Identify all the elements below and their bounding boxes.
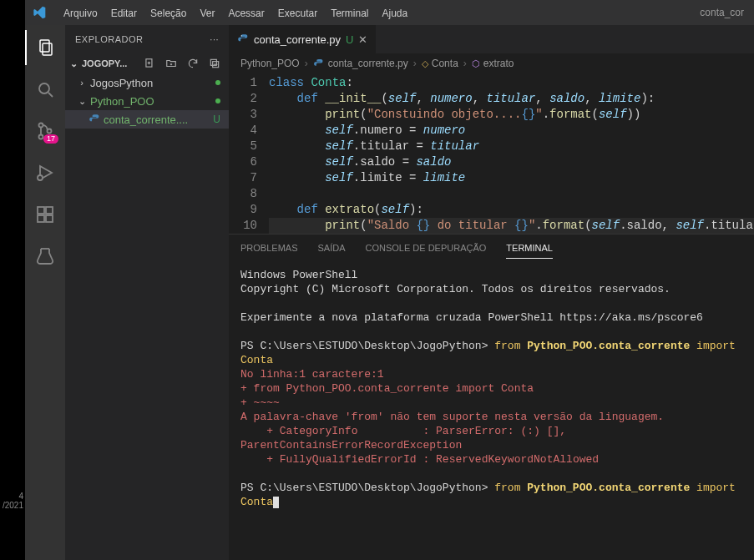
sidebar-more-icon[interactable]: ··· [210,34,219,44]
panel-tab-saída[interactable]: SAÍDA [317,238,345,258]
extensions-icon[interactable] [25,197,65,232]
bottom-panel: PROBLEMASSAÍDACONSOLE DE DEPURAÇÃOTERMIN… [229,234,754,560]
chevron-right-icon: › [463,58,467,69]
terminal-output[interactable]: Windows PowerShellCopyright (C) Microsof… [229,261,754,560]
chevron-down-icon: ⌄ [68,58,78,69]
svg-point-5 [39,135,43,139]
modified-dot-icon [215,98,220,103]
explorer-icon[interactable] [25,30,65,65]
class-symbol-icon: ◇ [422,58,428,69]
terminal-cursor [273,497,279,508]
svg-point-22 [241,35,242,36]
vscode-logo-icon [32,5,47,20]
menu-terminal[interactable]: Terminal [324,4,375,23]
file-label: conta_corrente.... [104,114,188,126]
chevron-right-icon: › [305,58,308,69]
window-title: conta_cor [700,7,747,18]
file-conta-corrente[interactable]: conta_corrente....U [65,110,229,129]
line-number-gutter: 12345678910 [229,75,269,234]
svg-point-2 [39,83,49,93]
menu-acessar[interactable]: Acessar [221,4,271,23]
untracked-badge: U [213,114,220,125]
menu-arquivo[interactable]: Arquivo [57,4,104,23]
folder-jogospython[interactable]: ›JogosPython [65,73,229,92]
breadcrumb-method[interactable]: ⬡ extrato [472,58,514,69]
svg-rect-9 [38,207,44,214]
close-icon[interactable]: ✕ [358,33,367,46]
menu-ajuda[interactable]: Ajuda [376,4,415,23]
code-content[interactable]: class Conta: def __init__(self, numero, … [269,75,754,234]
panel-tab-console-de-depuração[interactable]: CONSOLE DE DEPURAÇÃO [365,238,486,258]
svg-rect-11 [46,215,53,222]
modified-dot-icon [215,80,220,85]
tab-modified-badge: U [346,33,353,46]
menu-ver[interactable]: Ver [193,4,221,23]
testing-icon[interactable] [25,239,65,274]
folder-python_poo[interactable]: ⌄Python_POO [65,92,229,110]
folder-label: JogosPython [90,77,153,89]
svg-rect-12 [46,207,53,214]
panel-tab-terminal[interactable]: TERMINAL [506,238,553,259]
method-symbol-icon: ⬡ [472,58,480,69]
breadcrumb-file[interactable]: conta_corrente.py [313,58,408,69]
titlebar: ArquivoEditarSeleçãoVerAcessarExecutarTe… [25,0,754,25]
chevron-down-icon: ⌄ [77,96,87,107]
breadcrumbs[interactable]: Python_POO › conta_corrente.py › ◇ Conta… [229,53,754,73]
svg-rect-10 [38,215,44,222]
python-file-icon [313,58,325,69]
svg-point-4 [39,124,43,128]
editor-tabs: conta_corrente.py U ✕ [229,25,754,53]
run-debug-icon[interactable] [25,155,65,190]
workspace-name: JOGOPY... [82,58,127,68]
editor-area: conta_corrente.py U ✕ Python_POO › conta… [229,25,754,560]
tab-conta-corrente[interactable]: conta_corrente.py U ✕ [229,25,377,53]
new-file-icon[interactable] [144,58,155,69]
breadcrumb-folder[interactable]: Python_POO [240,58,300,69]
menu-editar[interactable]: Editar [104,4,144,23]
python-file-icon [237,33,249,45]
svg-point-8 [38,175,43,180]
code-editor[interactable]: 12345678910 class Conta: def __init__(se… [229,73,754,234]
chevron-right-icon: › [413,58,417,69]
menu-executar[interactable]: Executar [271,4,324,23]
os-left-strip: 4 /2021 [0,0,25,560]
activity-bar: 17 [25,25,65,560]
collapse-all-icon[interactable] [209,58,220,69]
scm-badge: 17 [43,134,58,144]
breadcrumb-class[interactable]: ◇ Conta [422,58,458,69]
menu-seleção[interactable]: Seleção [144,4,193,23]
new-folder-icon[interactable] [165,58,177,69]
sidebar-title: EXPLORADOR [75,34,143,44]
workspace-header[interactable]: ⌄ JOGOPY... [65,53,229,73]
svg-rect-0 [40,40,49,52]
svg-line-3 [48,93,53,97]
svg-point-6 [48,129,52,134]
explorer-sidebar: EXPLORADOR ··· ⌄ JOGOPY... ›JogosPython⌄… [65,25,229,560]
tab-filename: conta_corrente.py [254,33,341,46]
refresh-icon[interactable] [187,58,199,69]
python-file-icon [89,114,100,125]
source-control-icon[interactable]: 17 [25,114,65,149]
folder-label: Python_POO [90,95,154,108]
panel-tab-problemas[interactable]: PROBLEMAS [240,238,297,258]
chevron-right-icon: › [77,78,87,88]
panel-tabs: PROBLEMASSAÍDACONSOLE DE DEPURAÇÃOTERMIN… [229,235,754,261]
search-icon[interactable] [25,72,65,107]
svg-rect-1 [43,43,52,55]
